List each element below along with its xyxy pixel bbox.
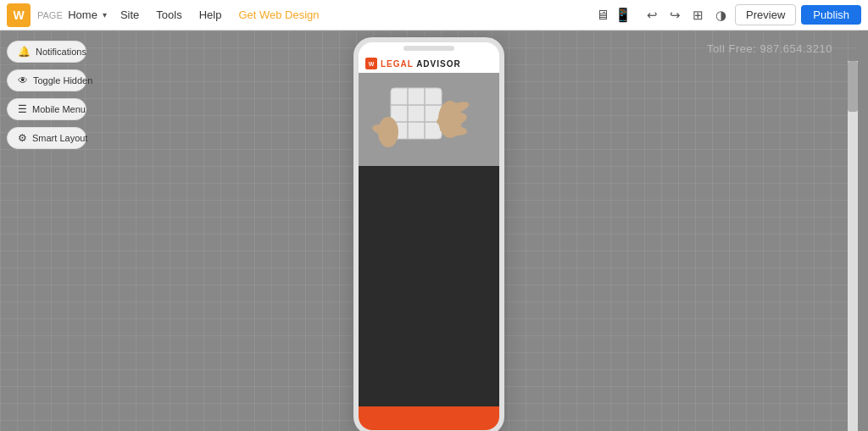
page-name[interactable]: Home [68,8,97,21]
nav-tools[interactable]: Tools [147,8,190,21]
nav-site[interactable]: Site [112,8,147,21]
toll-free-text: Toll Free: 987.654.3210 [707,42,832,55]
phone-content: W LEGAL ADVISOR [359,52,499,430]
phone-mockup: W LEGAL ADVISOR [353,37,504,431]
left-panel: 🔔 Notifications 👁 Toggle Hidden ☰ Mobile… [0,30,93,431]
phone-notch [403,46,454,51]
menu-icon: ☰ [18,103,27,115]
svg-rect-1 [391,88,442,139]
theme-icon[interactable]: ◑ [712,6,730,25]
phone-dark-section [359,166,499,406]
undo-icon[interactable]: ↩ [643,6,661,25]
get-web-design-link[interactable]: Get Web Design [230,8,327,21]
toggle-hidden-button[interactable]: 👁 Toggle Hidden [7,69,86,91]
page-label: PAGE [37,10,63,20]
phone-footer-bar [359,406,499,430]
notifications-icon: 🔔 [18,46,31,58]
hero-svg [359,73,499,166]
phone-logo-badge: W [365,58,377,69]
preview-button[interactable]: Preview [735,4,796,25]
eye-icon: 👁 [18,75,28,86]
layers-icon[interactable]: ⊞ [689,6,707,25]
scrollbar[interactable] [848,61,858,431]
logo: W [7,3,31,27]
phone-hero-image [359,73,499,166]
desktop-device-icon[interactable]: 🖥 [596,8,609,23]
scrollbar-thumb[interactable] [848,61,858,112]
gear-icon: ⚙ [18,132,27,144]
svg-point-11 [378,117,398,147]
svg-point-10 [438,101,462,138]
smart-layout-button[interactable]: ⚙ Smart Layout [7,127,86,149]
page-dropdown-arrow[interactable]: ▾ [103,10,107,19]
notifications-button[interactable]: 🔔 Notifications [7,41,86,63]
phone-header: W LEGAL ADVISOR [359,52,499,73]
redo-icon[interactable]: ↪ [666,6,684,25]
publish-button[interactable]: Publish [801,5,861,25]
mobile-menu-button[interactable]: ☰ Mobile Menu [7,98,86,120]
mobile-device-icon[interactable]: 📱 [615,7,632,23]
nav-help[interactable]: Help [191,8,231,21]
phone-brand: LEGAL ADVISOR [381,59,461,69]
